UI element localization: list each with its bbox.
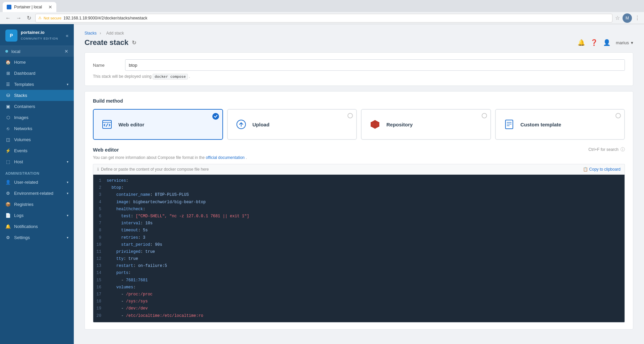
username-label: marius [616,40,629,45]
code-line: 7 interval: 10s [93,220,625,227]
method-card-repository[interactable]: Repository [361,109,491,140]
forward-button[interactable]: → [15,14,23,22]
sidebar-env-item[interactable]: local ✕ [0,46,74,57]
tab-title: Portainer | local [14,5,42,9]
svg-line-2 [106,124,108,126]
sidebar-item-templates[interactable]: ☰ Templates ▾ [0,79,74,90]
environment-related-icon: ⚙ [5,191,11,196]
sidebar-item-volumes[interactable]: ◫ Volumes [0,134,74,145]
sidebar-item-events-label: Events [14,148,28,153]
bookmark-icon[interactable]: ☆ [615,15,620,21]
line-number: 13 [93,263,107,269]
url-text: 192.168.1.18:9000/#/2/docker/stacks/news… [63,16,147,20]
line-number: 18 [93,298,107,305]
custom-template-card-icon [502,118,516,131]
sidebar-item-notifications[interactable]: 🔔 Notifications [0,221,74,232]
upload-card-icon [234,118,248,131]
line-number: 8 [93,227,107,234]
custom-template-label: Custom template [521,122,561,127]
address-bar[interactable]: ⚠ Not secure 192.168.1.18:9000/#/2/docke… [35,14,612,22]
menu-icon[interactable]: ⋮ [635,15,640,21]
sidebar-item-home[interactable]: 🏠 Home [0,57,74,68]
sidebar-collapse-button[interactable]: « [66,33,68,38]
line-content: interval: 10s [107,220,625,227]
repository-radio [482,113,487,118]
browser-tab[interactable]: Portainer | local ✕ [3,2,56,12]
sidebar-item-user-related-label: User-related [14,180,38,185]
dashboard-icon: ⊞ [5,71,11,76]
editor-hint: ℹ Define or paste the content of your do… [97,167,209,172]
line-number: 1 [93,178,107,184]
tab-favicon [7,5,11,9]
page-refresh-icon[interactable]: ↻ [132,40,136,46]
line-content: ports: [107,270,625,276]
line-content: retries: 3 [107,235,625,241]
upload-radio [347,113,353,118]
templates-icon: ☰ [5,82,11,87]
code-line: 17 - /proc:/proc [93,291,625,298]
page-title: Create stack ↻ [85,38,136,47]
profile-icon[interactable]: M [623,13,632,23]
sidebar-item-logs[interactable]: 📄 Logs ▾ [0,210,74,221]
browser-chrome: Portainer | local ✕ ← → ↻ ⚠ Not secure 1… [0,0,644,24]
copy-to-clipboard-button[interactable]: 📋 Copy to clipboard [583,167,621,172]
line-number: 6 [93,213,107,220]
help-icon[interactable]: ❓ [590,39,598,46]
sidebar-item-events[interactable]: ⚡ Events [0,145,74,156]
sidebar-item-dashboard-label: Dashboard [14,71,36,76]
main-header: Stacks › Add stack Create stack ↻ 🔔 ❓ 👤 … [74,24,644,52]
sidebar-item-logs-label: Logs [14,213,23,218]
sidebar-item-networks[interactable]: ⎋ Networks [0,123,74,134]
method-card-upload[interactable]: Upload [227,109,357,140]
code-line: 11 privileged: true [93,248,625,255]
method-card-custom-template[interactable]: Custom template [495,109,625,140]
sidebar-item-stacks[interactable]: ⛁ Stacks [0,90,74,101]
page-title-row: Create stack ↻ 🔔 ❓ 👤 marius ▾ [85,38,633,52]
sidebar-item-host-label: Host [14,159,23,164]
repository-label: Repository [386,122,413,127]
line-number: 3 [93,192,107,198]
editor-description: You can get more information about Compo… [93,155,625,160]
sidebar-item-host[interactable]: ⬚ Host ▾ [0,156,74,167]
name-label: Name [93,63,120,68]
sidebar-item-environment-related[interactable]: ⚙ Environment-related ▾ [0,188,74,199]
notifications-icon: 🔔 [5,224,11,229]
env-close-button[interactable]: ✕ [64,49,68,54]
code-line: 14 ports: [93,270,625,277]
line-content: - /dev:/dev [107,305,625,312]
code-editor[interactable]: 1services:2 btop:3 container_name: BTOP-… [93,174,625,323]
name-input[interactable] [125,59,625,71]
breadcrumb-stacks-link[interactable]: Stacks [85,31,97,36]
stacks-icon: ⛁ [5,93,11,98]
line-number: 17 [93,291,107,298]
reload-button[interactable]: ↻ [25,13,33,22]
sidebar-item-containers[interactable]: ▣ Containers [0,101,74,112]
code-line: 18 - /sys:/sys [93,298,625,305]
profile-menu-icon[interactable]: 👤 [603,39,610,46]
name-form-section: Name This stack will be deployed using d… [85,52,633,86]
line-content: test: ["CMD-SHELL", "nc -z 127.0.0.1 768… [107,213,625,220]
breadcrumb: Stacks › Add stack [85,31,633,36]
search-help-icon: ⓘ [621,147,625,153]
official-docs-link[interactable]: official documentation [206,155,245,160]
sidebar-item-images-label: Images [14,115,29,120]
line-number: 15 [93,277,107,284]
tab-close-button[interactable]: ✕ [48,4,52,10]
logo-text: portainer.io COMMUNITY EDITION [21,30,58,41]
sidebar-item-registries[interactable]: 📦 Registries [0,199,74,210]
back-button[interactable]: ← [4,14,12,22]
code-line: 8 timeout: 5s [93,227,625,234]
logo-icon: P [5,30,17,42]
not-secure-label: Not secure [44,16,61,20]
user-menu[interactable]: marius ▾ [616,40,633,45]
logs-icon: 📄 [5,213,11,218]
sidebar-item-images[interactable]: ⬡ Images [0,112,74,123]
sidebar-item-home-label: Home [14,60,26,65]
images-icon: ⬡ [5,115,11,120]
sidebar-item-dashboard[interactable]: ⊞ Dashboard [0,68,74,79]
deploy-note: This stack will be deployed using docker… [93,74,625,79]
notifications-bell-icon[interactable]: 🔔 [578,39,585,46]
method-card-web-editor[interactable]: Web editor [93,109,223,140]
sidebar-item-user-related[interactable]: 👤 User-related ▾ [0,177,74,188]
sidebar-item-settings[interactable]: ⚙ Settings ▾ [0,232,74,243]
